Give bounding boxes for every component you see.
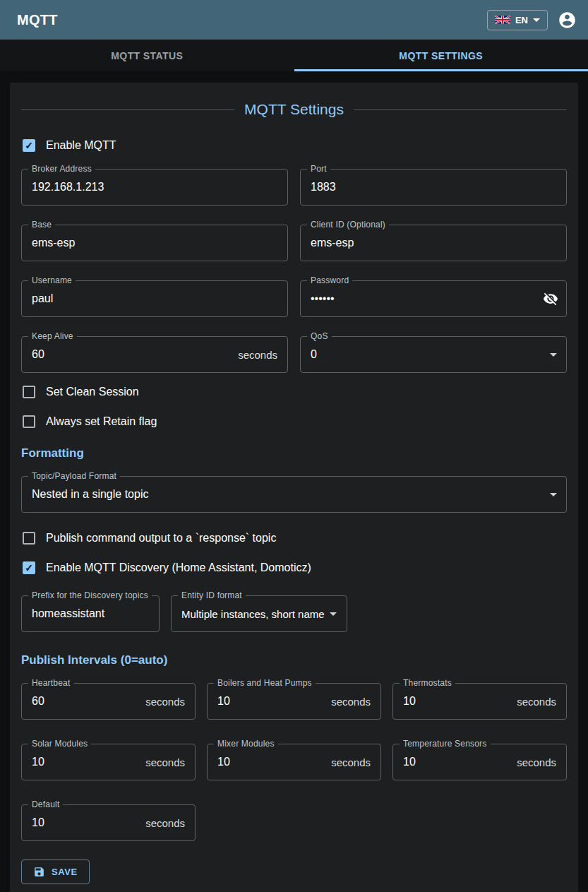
publish-response-checkbox[interactable] — [23, 532, 35, 545]
qos-value: 0 — [311, 348, 317, 361]
keep-alive-field: Keep Alive seconds — [21, 336, 288, 373]
save-button[interactable]: SAVE — [21, 860, 90, 884]
client-id-input[interactable] — [301, 225, 566, 261]
page-title: MQTT — [17, 12, 58, 28]
qos-select[interactable]: QoS 0 — [300, 336, 567, 373]
broker-address-field: Broker Address — [21, 169, 288, 206]
settings-card: MQTT Settings ✓ Enable MQTT Broker Addre… — [10, 83, 578, 892]
tab-label: MQTT STATUS — [111, 50, 183, 61]
tab-label: MQTT SETTINGS — [399, 50, 483, 61]
discovery-checkbox-row[interactable]: ✓ Enable MQTT Discovery (Home Assistant,… — [23, 561, 567, 574]
entity-format-select[interactable]: Entity ID format Multiple instances, sho… — [171, 595, 347, 632]
language-selector-button[interactable]: EN — [487, 10, 548, 30]
dropdown-arrow-icon — [550, 353, 557, 357]
save-icon — [33, 866, 45, 878]
solar-modules-input[interactable] — [22, 744, 195, 780]
check-icon: ✓ — [25, 563, 33, 573]
username-field: Username — [21, 280, 288, 317]
topic-format-label: Topic/Payload Format — [28, 471, 120, 481]
heartbeat-field: Heartbeat seconds — [21, 683, 196, 720]
divider — [354, 109, 567, 110]
solar-modules-field: Solar Modules seconds — [21, 744, 196, 780]
retain-flag-checkbox[interactable] — [23, 415, 35, 428]
temperature-sensors-input[interactable] — [393, 744, 566, 780]
topic-format-select[interactable]: Topic/Payload Format Nested in a single … — [21, 476, 567, 513]
topic-format-value: Nested in a single topic — [32, 488, 148, 501]
clean-session-checkbox[interactable] — [23, 386, 35, 398]
client-id-field: Client ID (Optional) — [300, 225, 567, 261]
base-input[interactable] — [22, 225, 287, 261]
mixer-modules-field: Mixer Modules seconds — [207, 744, 381, 780]
toggle-password-visibility-button[interactable] — [541, 289, 560, 309]
publish-response-label: Publish command output to a `response` t… — [46, 532, 276, 545]
uk-flag-icon — [495, 16, 510, 24]
mixer-modules-input[interactable] — [208, 744, 380, 780]
broker-address-input[interactable] — [22, 170, 287, 205]
settings-heading: MQTT Settings — [234, 101, 354, 118]
thermostats-field: Thermostats seconds — [392, 683, 567, 720]
discovery-prefix-field: Prefix for the Discovery topics — [21, 595, 160, 632]
discovery-label: Enable MQTT Discovery (Home Assistant, D… — [46, 561, 311, 574]
clean-session-label: Set Clean Session — [46, 386, 139, 398]
temperature-sensors-field: Temperature Sensors seconds — [392, 744, 567, 780]
boilers-input[interactable] — [208, 684, 380, 719]
divider — [21, 109, 234, 110]
entity-format-value: Multiple instances, short name — [181, 608, 325, 620]
chevron-down-icon — [533, 18, 540, 22]
app-bar-actions: EN — [487, 10, 577, 30]
default-interval-input[interactable] — [22, 805, 195, 840]
base-field: Base — [21, 225, 288, 261]
heartbeat-input[interactable] — [22, 684, 195, 719]
app-bar: MQTT EN — [0, 0, 588, 40]
username-input[interactable] — [22, 281, 287, 316]
retain-flag-checkbox-row[interactable]: Always set Retain flag — [23, 415, 567, 428]
discovery-prefix-input[interactable] — [22, 596, 159, 631]
qos-label: QoS — [307, 331, 332, 341]
publish-intervals-heading: Publish Intervals (0=auto) — [21, 653, 567, 667]
password-input[interactable] — [301, 281, 566, 316]
entity-format-label: Entity ID format — [178, 590, 246, 600]
tab-mqtt-status[interactable]: MQTT STATUS — [0, 40, 294, 71]
retain-flag-label: Always set Retain flag — [46, 415, 157, 428]
check-icon: ✓ — [25, 141, 33, 150]
dropdown-arrow-icon — [550, 493, 557, 496]
discovery-checkbox[interactable]: ✓ — [23, 561, 35, 574]
password-field: Password — [300, 280, 567, 317]
publish-response-checkbox-row[interactable]: Publish command output to a `response` t… — [23, 532, 567, 545]
thermostats-input[interactable] — [393, 684, 566, 719]
settings-heading-row: MQTT Settings — [21, 101, 567, 118]
dropdown-arrow-icon — [330, 612, 337, 616]
tab-mqtt-settings[interactable]: MQTT SETTINGS — [294, 40, 588, 71]
save-button-label: SAVE — [52, 867, 78, 877]
visibility-off-icon — [543, 291, 558, 307]
keep-alive-input[interactable] — [22, 337, 287, 372]
language-code: EN — [515, 15, 528, 25]
boilers-field: Boilers and Heat Pumps seconds — [207, 683, 381, 720]
formatting-heading: Formatting — [21, 446, 567, 460]
default-interval-field: Default seconds — [21, 804, 196, 841]
tab-bar: MQTT STATUS MQTT SETTINGS — [0, 40, 588, 71]
port-input[interactable] — [301, 170, 566, 205]
enable-mqtt-label: Enable MQTT — [46, 139, 116, 152]
account-circle-icon[interactable] — [558, 11, 577, 30]
enable-mqtt-checkbox-row[interactable]: ✓ Enable MQTT — [23, 139, 567, 152]
enable-mqtt-checkbox[interactable]: ✓ — [23, 139, 35, 152]
clean-session-checkbox-row[interactable]: Set Clean Session — [23, 386, 567, 398]
port-field: Port — [300, 169, 567, 206]
